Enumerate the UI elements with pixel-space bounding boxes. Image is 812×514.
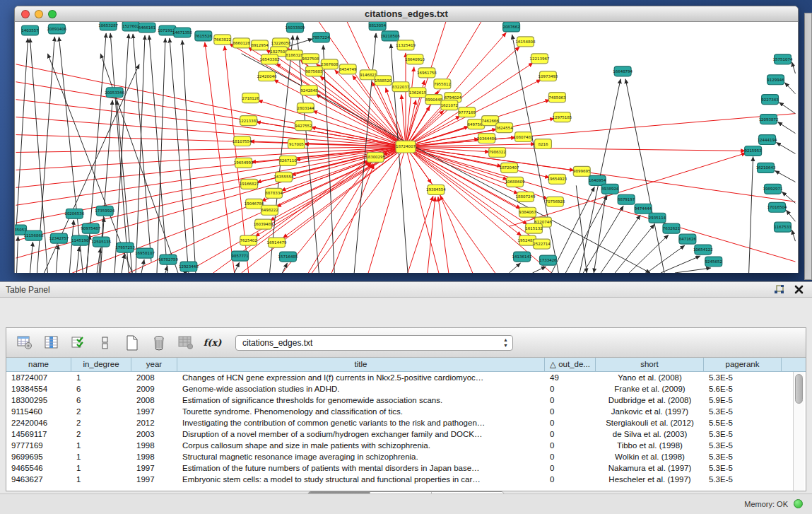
table-row[interactable]: 1872400712008Changes of HCN gene express… (6, 372, 806, 383)
column-header-pagerank[interactable]: pagerank (704, 358, 782, 371)
network-canvas[interactable]: 1403557208914061065328715276026466161107… (15, 22, 798, 273)
table-row[interactable]: 1938455462009Genome-wide association stu… (6, 383, 806, 395)
graph-node[interactable]: 6879197 (618, 194, 635, 204)
close-panel-icon[interactable] (794, 285, 804, 294)
graph-node[interactable]: 1527602 (122, 22, 139, 31)
graph-node[interactable]: 2718126 (242, 93, 259, 103)
graph-node[interactable]: 7485063 (548, 93, 566, 103)
graph-node[interactable]: 9875685 (305, 66, 322, 76)
graph-node[interactable]: 9857771 (231, 251, 248, 261)
graph-node[interactable]: 11156868 (24, 230, 44, 240)
graph-node[interactable]: 9242848 (300, 86, 318, 95)
graph-node[interactable]: 18107554 (233, 136, 252, 146)
graph-node[interactable]: 19892971 (763, 184, 783, 194)
float-panel-icon[interactable] (774, 285, 784, 295)
graph-node[interactable]: 7986322 (488, 148, 505, 158)
graph-node[interactable]: 8454749 (339, 64, 357, 74)
graph-node[interactable]: 9227343 (761, 95, 779, 105)
graph-node[interactable]: 15716485 (278, 252, 298, 262)
graph-node[interactable]: 2935114 (649, 213, 666, 223)
graph-node[interactable]: 12505135 (91, 237, 111, 247)
graph-node[interactable]: 14136141 (512, 252, 532, 262)
graph-node[interactable]: 17016504 (767, 202, 787, 212)
table-row[interactable]: 969969511998Structural magnetic resonanc… (6, 451, 806, 462)
graph-node[interactable]: 12342757 (49, 233, 69, 243)
graph-node[interactable]: 12213383 (239, 116, 259, 126)
table-row[interactable]: 1830029562008Estimation of significance … (6, 395, 806, 406)
delete-column-icon[interactable] (149, 334, 168, 352)
table-row[interactable]: 946362711997Embryonic stem cells: a mode… (6, 474, 806, 485)
new-column-icon[interactable] (122, 334, 141, 352)
graph-node[interactable]: 8471626 (679, 234, 697, 244)
graph-node[interactable]: 10654122 (693, 245, 713, 255)
graph-node[interactable]: 10688609 (505, 177, 525, 187)
graph-node[interactable]: 8878334 (265, 188, 283, 198)
graph-node[interactable]: 9427552 (295, 121, 312, 131)
network-window[interactable]: citations_edges.txt 14035572089140610653… (14, 6, 799, 273)
graph-node[interactable]: 70756928 (545, 197, 565, 206)
graph-node[interactable]: 20053346 (105, 88, 124, 98)
graph-node[interactable]: 9474444 (635, 204, 652, 214)
table-row[interactable]: 1456911722003Disruption of a novel membe… (6, 428, 806, 440)
graph-node[interactable]: 9827508 (302, 54, 319, 64)
graph-node[interactable]: 11325419 (396, 40, 416, 50)
function-builder-icon[interactable]: f(x) (203, 334, 222, 352)
graph-node[interactable]: 7615526 (195, 31, 213, 41)
graph-node[interactable]: 8660128 (233, 38, 250, 48)
graph-node[interactable]: 19654923 (547, 174, 567, 184)
graph-node[interactable]: 19384554 (426, 185, 446, 194)
graph-node[interactable]: 1621072 (441, 100, 458, 110)
graph-node[interactable]: 12444194 (758, 135, 777, 145)
graph-node[interactable]: 8498222 (261, 205, 278, 215)
graph-node[interactable]: 17359924 (95, 206, 114, 216)
graph-node[interactable]: 18720407 (500, 163, 519, 173)
graph-node[interactable]: 22420046 (257, 71, 277, 81)
graph-node[interactable]: 7632621 (663, 223, 680, 233)
graph-node[interactable]: 1733426 (539, 255, 557, 265)
graph-node[interactable]: 18807249 (516, 192, 536, 201)
table-row[interactable]: 911546021997Tourette syndrome. Phenomeno… (6, 406, 806, 417)
graph-node[interactable]: 8267110 (279, 156, 297, 165)
graph-node[interactable]: 2522714 (533, 239, 551, 249)
graph-node[interactable]: 7625402 (240, 235, 257, 245)
graph-node[interactable]: 16039489 (254, 219, 273, 229)
graph-node[interactable]: 8813054 (369, 22, 387, 30)
graph-node[interactable]: 1362615 (409, 88, 426, 98)
graph-node[interactable]: 20364486 (477, 134, 497, 144)
graph-node[interactable]: 16033809 (286, 23, 305, 33)
graph-node[interactable]: 7857224 (312, 33, 330, 42)
graph-node[interactable]: 9899695 (573, 166, 590, 176)
graph-node[interactable]: 16958107 (135, 248, 155, 258)
graph-node[interactable]: 10807487 (514, 132, 534, 142)
graph-node[interactable]: 917005 (288, 139, 305, 149)
graph-node[interactable]: 18640910 (405, 54, 425, 64)
graph-node[interactable]: 8938924 (601, 184, 619, 194)
graph-node[interactable]: 20206536 (64, 209, 84, 218)
table-row[interactable]: 946554611997Estimation of the future num… (6, 462, 806, 474)
show-columns-icon[interactable] (42, 334, 61, 352)
graph-node[interactable]: 18300295 (365, 152, 385, 162)
graph-node[interactable]: 7663822 (214, 35, 231, 45)
graph-node[interactable]: 1145190 (71, 235, 89, 245)
graph-node[interactable]: 7955812 (434, 79, 451, 89)
graph-node[interactable]: 16914479 (267, 238, 287, 247)
graph-node[interactable]: 10653287 (98, 22, 118, 30)
table-scrollbar-thumb[interactable] (795, 374, 803, 404)
graph-node[interactable]: 8912954 (251, 40, 269, 50)
graph-node[interactable]: 6466161 (139, 23, 155, 33)
graph-node[interactable]: 9245652 (705, 257, 722, 267)
column-header-in_degree[interactable]: in_degree (71, 358, 131, 371)
graph-node[interactable]: 8216 (534, 139, 551, 149)
table-row[interactable]: 977716911998Corpus callosum shape and si… (6, 440, 806, 451)
graph-hub-node[interactable]: 18724007 (396, 141, 416, 153)
graph-node[interactable]: 9384067 (519, 207, 536, 217)
graph-node[interactable]: 1615132 (525, 223, 542, 233)
graph-node[interactable]: 2367608 (321, 59, 339, 69)
graph-node[interactable]: 20891406 (47, 24, 66, 34)
graph-node[interactable]: 8322037 (392, 82, 410, 92)
graph-node[interactable]: 12975185 (552, 112, 572, 122)
graph-node[interactable]: 9777169 (459, 107, 476, 117)
column-header-year[interactable]: year (131, 358, 177, 371)
graph-node[interactable]: 2803144 (297, 103, 314, 113)
table-mode-icon[interactable] (15, 334, 34, 352)
